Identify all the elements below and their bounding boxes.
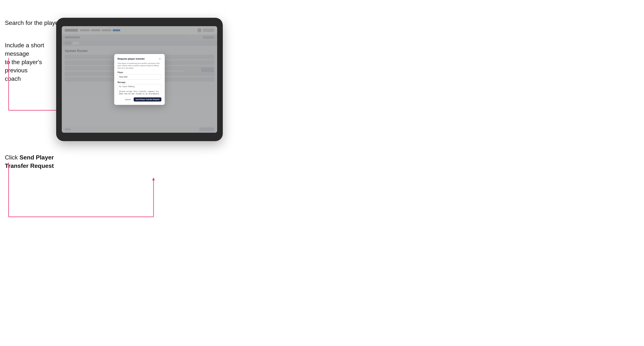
send-transfer-button[interactable]: Send Player Transfer Request <box>134 97 161 102</box>
player-field-label: Player <box>118 71 161 73</box>
modal-title: Request player transfer <box>118 57 145 60</box>
annotation-search: Search for the player. <box>5 19 62 27</box>
message-textarea[interactable]: Hi Coach McHarg, Please accept this tran… <box>118 84 161 94</box>
annotation-click: Click Send Player Transfer Request <box>5 153 57 170</box>
tablet-screen: Update Roster Reque <box>62 26 217 133</box>
close-icon[interactable]: × <box>158 57 161 60</box>
tablet-device: Update Roster Reque <box>56 18 223 141</box>
cancel-button[interactable]: Cancel <box>123 98 132 101</box>
transfer-request-modal: Request player transfer × If the player … <box>114 54 165 105</box>
modal-header: Request player transfer × <box>118 57 161 60</box>
modal-footer: Cancel Send Player Transfer Request <box>118 97 161 102</box>
modal-overlay: Request player transfer × If the player … <box>62 26 217 133</box>
modal-description: If the player is transferring from anoth… <box>118 62 161 69</box>
player-search-input[interactable] <box>118 74 161 79</box>
svg-marker-6 <box>152 177 155 180</box>
message-field-label: Message <box>118 81 161 83</box>
annotation-message: Include a short messageto the player's p… <box>5 41 57 83</box>
